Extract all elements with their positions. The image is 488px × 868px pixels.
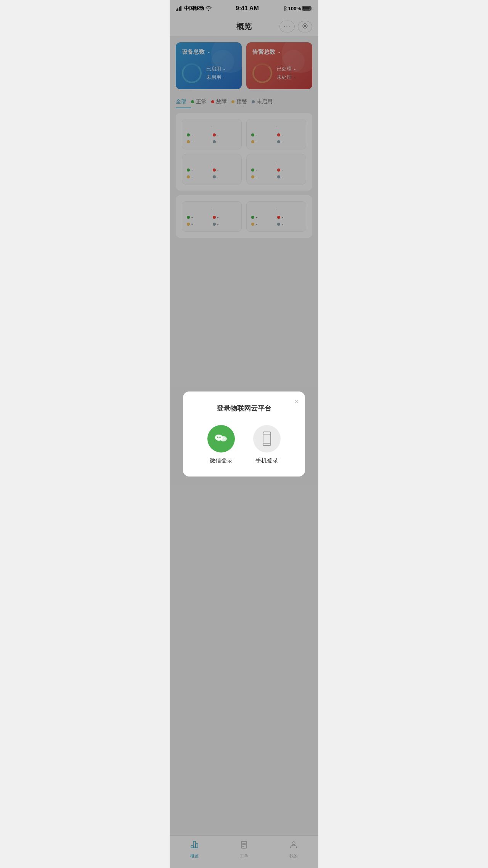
modal-overlay: × 登录物联网云平台 微	[170, 0, 318, 322]
